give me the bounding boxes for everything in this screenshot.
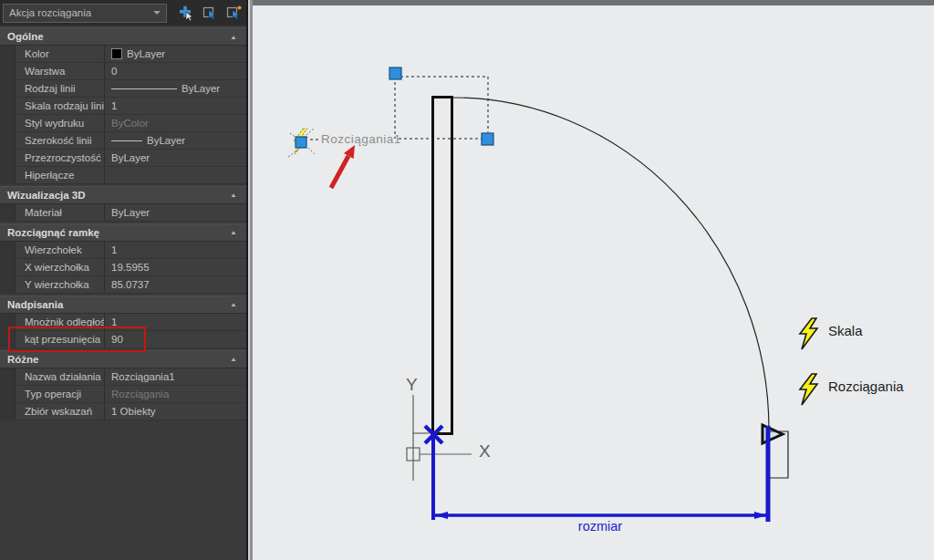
section-title: Ogólne	[7, 31, 44, 42]
prop-value[interactable]: 19.5955	[104, 259, 246, 275]
prop-value[interactable]: ByLayer	[104, 150, 246, 166]
prop-value[interactable]: Rozciągania1	[104, 368, 246, 385]
prop-value[interactable]: 1	[104, 98, 246, 114]
prop-label: X wierzchołka	[15, 259, 104, 275]
dim-arrow-right	[754, 512, 767, 519]
prop-label: Hiperłącze	[15, 167, 104, 183]
prop-value[interactable]: 90	[104, 331, 246, 347]
prop-row-typ-operacji[interactable]: Typ operacji Rozciągania	[0, 386, 246, 403]
prop-row-skala-rodzaju-linii[interactable]: Skala rodzaju linii 1	[0, 98, 246, 115]
section-rows-nadpisania: Mnożnik odległość 1 kąt przesunięcia 90	[0, 314, 246, 348]
dimension-label[interactable]: rozmiar	[578, 519, 623, 534]
prop-value[interactable]: ByLayer	[104, 80, 246, 97]
prop-row-mnoznik-odleglosc[interactable]: Mnożnik odległość 1	[0, 314, 246, 331]
prop-value[interactable]: 1	[104, 242, 246, 258]
quick-select-button[interactable]	[224, 4, 244, 23]
prop-row-x-wierzcholka[interactable]: X wierzchołka 19.5955	[0, 259, 246, 276]
arc-end-triangle[interactable]	[763, 425, 783, 443]
action-selector[interactable]: Akcja rozciągania	[3, 4, 167, 23]
dim-arrow-left	[435, 512, 448, 519]
section-header-nadpisania[interactable]: Nadpisania ▲	[0, 296, 246, 314]
lightning-icon	[800, 318, 817, 349]
action-ghost-icon[interactable]	[288, 129, 315, 157]
stretch-frame-dashed[interactable]	[310, 77, 488, 140]
collapse-icon[interactable]: ▲	[230, 192, 237, 198]
lineweight-sample	[111, 140, 142, 141]
action-selector-value: Akcja rozciągania	[9, 7, 91, 18]
prop-value[interactable]	[104, 167, 246, 183]
prop-label: Typ operacji	[15, 386, 104, 402]
collapse-icon[interactable]: ▲	[230, 229, 237, 235]
prop-label: Skala rodzaju linii	[15, 98, 104, 114]
section-header-rozne[interactable]: Różne ▲	[0, 350, 246, 368]
prop-label: Warstwa	[15, 63, 104, 79]
prop-row-warstwa[interactable]: Warstwa 0	[0, 63, 246, 80]
section-header-wizualizacja-3d[interactable]: Wizualizacja 3D ▲	[0, 186, 246, 204]
prop-value[interactable]: ByLayer	[104, 46, 246, 62]
prop-value[interactable]: 1 Obiekty	[104, 403, 246, 420]
section-header-rozciagnac-ramke[interactable]: Rozciągnąć ramkę ▲	[0, 223, 246, 242]
prop-label: Wierzchołek	[15, 242, 104, 258]
collapse-icon[interactable]: ▲	[230, 356, 237, 362]
prop-value[interactable]: 1	[104, 314, 246, 330]
prop-label: kąt przesunięcia	[15, 331, 104, 347]
section-rows-wizualizacja: Materiał ByLayer	[0, 204, 246, 222]
quick-select-icon	[225, 5, 243, 22]
prop-row-kat-przesuniecia[interactable]: kąt przesunięcia 90	[0, 331, 246, 348]
door-leaf-outline[interactable]	[433, 98, 452, 434]
legend-skala-label: Skala	[828, 323, 863, 338]
collapse-icon[interactable]: ▲	[230, 301, 237, 307]
prop-row-kolor[interactable]: Kolor ByLayer	[0, 46, 246, 63]
add-to-selection-icon	[178, 5, 195, 22]
section-rows-ogolne: Kolor ByLayer Warstwa 0 Rodzaj linii ByL…	[0, 46, 246, 184]
add-to-selection-button[interactable]	[177, 4, 196, 23]
prop-row-y-wierzcholka[interactable]: Y wierzchołka 85.0737	[0, 276, 246, 294]
prop-row-wierzcholek[interactable]: Wierzchołek 1	[0, 242, 246, 259]
legend-skala[interactable]: Skala	[800, 318, 863, 349]
legend-rozciagania[interactable]: Rozciągania	[800, 374, 904, 405]
prop-row-material[interactable]: Materiał ByLayer	[0, 204, 246, 222]
prop-value[interactable]: 85.0737	[104, 276, 246, 293]
ucs-y-label: Y	[406, 375, 418, 394]
grip-top-left[interactable]	[389, 67, 401, 79]
prop-label: Kolor	[15, 46, 104, 62]
collapse-icon[interactable]: ▲	[230, 33, 237, 39]
prop-label: Mnożnik odległość	[15, 314, 104, 330]
prop-label: Zbiór wskazań	[15, 403, 104, 420]
action-label-text[interactable]: Rozciągania1	[321, 132, 401, 146]
section-header-ogolne[interactable]: Ogólne ▲	[0, 27, 246, 46]
prop-row-przezroczystosc[interactable]: Przezroczystość ByLayer	[0, 150, 246, 167]
prop-value: Rozciągania	[104, 386, 246, 402]
prop-label: Rodzaj linii	[15, 80, 104, 97]
prop-row-styl-wydruku[interactable]: Styl wydruku ByColor	[0, 115, 246, 132]
section-rows-ramka: Wierzchołek 1 X wierzchołka 19.5955 Y wi…	[0, 242, 246, 294]
prop-row-szerokosc-linii[interactable]: Szerokość linii ByLayer	[0, 132, 246, 150]
prop-value: ByColor	[104, 115, 246, 131]
prop-label: Nazwa działania	[15, 368, 104, 385]
ucs-x-label: X	[479, 441, 491, 461]
lightning-icon	[800, 374, 817, 405]
red-annotation-arrow	[331, 145, 355, 188]
door-swing-arc[interactable]	[453, 98, 769, 430]
drawing-svg: Rozciągania1 Y X	[253, 0, 934, 560]
prop-label: Y wierzchołka	[15, 276, 104, 293]
new-selection-set-button[interactable]	[201, 4, 220, 23]
linetype-sample	[111, 88, 177, 89]
section-rows-rozne: Nazwa działania Rozciągania1 Typ operacj…	[0, 368, 246, 420]
prop-label: Materiał	[15, 204, 104, 221]
panel-edge-divider[interactable]	[246, 0, 253, 560]
prop-row-nazwa-dzialania[interactable]: Nazwa działania Rozciągania1	[0, 368, 246, 386]
action-grip[interactable]	[296, 137, 306, 148]
properties-panel: Akcja rozciągania	[0, 0, 246, 560]
prop-value[interactable]: 0	[104, 63, 246, 79]
new-selection-set-icon	[202, 5, 219, 22]
prop-row-hiperlacze[interactable]: Hiperłącze	[0, 167, 246, 184]
prop-value[interactable]: ByLayer	[104, 204, 246, 221]
grip-bottom-right[interactable]	[482, 133, 493, 145]
prop-row-zbior-wskazan[interactable]: Zbiór wskazań 1 Obiekty	[0, 403, 246, 420]
prop-value[interactable]: ByLayer	[104, 132, 246, 149]
prop-row-rodzaj-linii[interactable]: Rodzaj linii ByLayer	[0, 80, 246, 98]
section-title: Wizualizacja 3D	[7, 190, 86, 201]
section-title: Różne	[7, 354, 39, 365]
block-editor-canvas[interactable]: Rozciągania1 Y X	[253, 0, 934, 560]
